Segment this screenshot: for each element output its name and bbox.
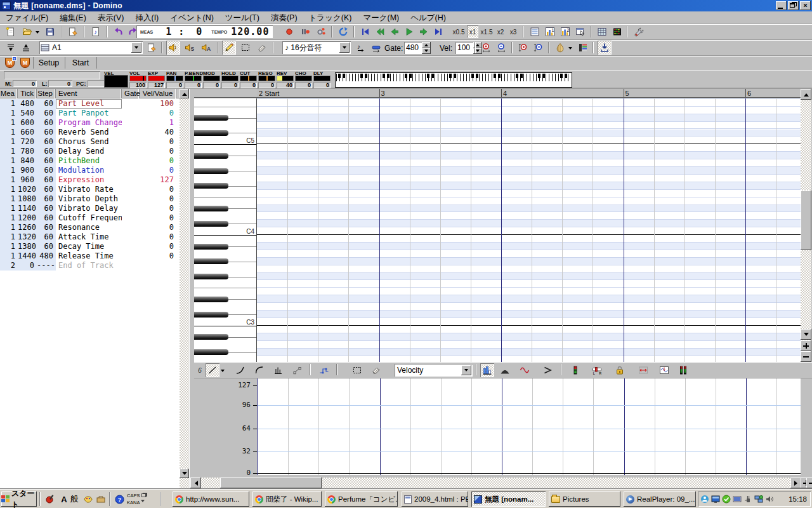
velocity-bar-button[interactable] bbox=[369, 41, 383, 55]
event-cell[interactable]: 1 bbox=[0, 194, 18, 204]
record-settings-button[interactable] bbox=[314, 25, 328, 39]
event-cell[interactable]: 0 bbox=[140, 204, 176, 213]
event-cell[interactable]: 1080 bbox=[18, 194, 37, 204]
event-cell[interactable] bbox=[122, 242, 140, 251]
menu-item-8[interactable]: マーク(M) bbox=[357, 12, 405, 24]
graph-type-arrow[interactable] bbox=[461, 365, 471, 375]
measure-label[interactable]: 4 bbox=[503, 90, 507, 97]
event-cell[interactable]: Chorus Send bbox=[56, 137, 122, 147]
event-cell[interactable]: 1 bbox=[0, 99, 18, 109]
event-cell[interactable]: 60 bbox=[37, 175, 56, 185]
event-cell[interactable]: PitchBend bbox=[56, 156, 122, 166]
update-tray-icon[interactable] bbox=[722, 495, 731, 504]
event-cell[interactable]: 60 bbox=[37, 118, 56, 128]
event-cell[interactable] bbox=[122, 194, 140, 204]
onion-skin-button[interactable] bbox=[553, 41, 567, 55]
event-cell[interactable]: 1 bbox=[0, 204, 18, 213]
roll-scroll-down-button[interactable] bbox=[801, 329, 811, 340]
event-cell[interactable]: 1440 bbox=[18, 251, 37, 261]
event-cell[interactable]: 0 bbox=[140, 147, 176, 156]
piano-key-black[interactable] bbox=[194, 349, 228, 355]
grid-row[interactable] bbox=[257, 250, 801, 258]
select-window-button[interactable] bbox=[573, 25, 587, 39]
event-cell[interactable]: 0 bbox=[18, 261, 37, 271]
loop-button[interactable] bbox=[336, 25, 350, 39]
column-header-vel-value[interactable]: Vel/Value bbox=[140, 89, 176, 98]
event-cell[interactable]: Reverb Send bbox=[56, 128, 122, 137]
grid-row[interactable] bbox=[257, 235, 801, 243]
display-tray-icon[interactable] bbox=[733, 495, 742, 504]
hzoom-out-toolbar-button[interactable] bbox=[495, 41, 509, 55]
event-row[interactable]: 190060Modulation0 bbox=[0, 166, 180, 175]
event-row[interactable]: 1138060Decay Time0 bbox=[0, 242, 180, 251]
roll-zoom-in-button[interactable] bbox=[801, 340, 811, 351]
event-cell[interactable]: 0 bbox=[140, 242, 176, 251]
gate-note-button[interactable]: ♪ bbox=[354, 41, 368, 55]
tab-setup[interactable]: Setup bbox=[34, 56, 64, 70]
grid-row[interactable] bbox=[257, 311, 801, 318]
taskbar-button-5[interactable]: Pictures bbox=[549, 491, 620, 507]
grid-row[interactable] bbox=[257, 356, 801, 363]
menu-item-4[interactable]: イベント(N) bbox=[164, 12, 219, 24]
event-cell[interactable] bbox=[122, 175, 140, 185]
event-cell[interactable] bbox=[122, 204, 140, 213]
track-list-button[interactable] bbox=[595, 25, 609, 39]
event-row[interactable]: 20----End of Track bbox=[0, 261, 180, 271]
event-cell[interactable]: Part Panpot bbox=[56, 109, 122, 118]
menu-item-3[interactable]: 挿入(I) bbox=[129, 12, 164, 24]
event-cell[interactable]: 127 bbox=[140, 175, 176, 185]
grid-row[interactable] bbox=[257, 288, 801, 295]
vel-spinner[interactable]: 100 bbox=[455, 42, 482, 54]
ime-pen-icon[interactable] bbox=[44, 493, 56, 505]
file-properties-button[interactable] bbox=[66, 25, 80, 39]
power-tray-icon[interactable] bbox=[743, 495, 752, 504]
next-track-button[interactable] bbox=[4, 41, 18, 55]
event-cell[interactable]: 60 bbox=[37, 185, 56, 194]
undo-button[interactable] bbox=[112, 25, 126, 39]
grid-row[interactable] bbox=[257, 258, 801, 265]
event-row[interactable]: 1132060Attack Time0 bbox=[0, 232, 180, 242]
pencil-tool-button[interactable] bbox=[222, 41, 236, 55]
grid-row[interactable] bbox=[257, 281, 801, 288]
speed-x0.5-button[interactable]: x0.5 bbox=[452, 25, 466, 38]
grid-row[interactable] bbox=[257, 122, 801, 130]
event-cell[interactable]: 1 bbox=[0, 156, 18, 166]
roll-scroll-up-button[interactable] bbox=[801, 89, 811, 100]
taskbar-button-0[interactable]: http://www.sun... bbox=[173, 491, 249, 507]
roll-scroll-right-button[interactable] bbox=[790, 478, 801, 488]
event-list[interactable]: MeaTickStepEventGateVel/Value 148060Part… bbox=[0, 89, 180, 488]
menu-item-0[interactable]: ファイル(F) bbox=[0, 12, 54, 24]
new-file-button[interactable] bbox=[4, 25, 18, 39]
taskbar-button-4[interactable]: 無題 [nonam... bbox=[471, 491, 546, 507]
column-header-tick[interactable]: Tick bbox=[18, 89, 37, 98]
grid-row[interactable] bbox=[257, 99, 801, 107]
piano-keyboard[interactable]: C5C4C3 bbox=[194, 98, 257, 362]
vel-meter2-button[interactable] bbox=[676, 363, 690, 377]
messenger-tray-icon[interactable] bbox=[700, 495, 709, 504]
gate-value[interactable]: 480 bbox=[404, 42, 422, 54]
network-tray-icon[interactable] bbox=[754, 495, 763, 504]
open-file-button[interactable] bbox=[20, 25, 34, 39]
prev-measure-button[interactable] bbox=[373, 25, 387, 39]
event-cell[interactable]: 60 bbox=[37, 156, 56, 166]
event-cell[interactable] bbox=[122, 109, 140, 118]
event-cell[interactable]: 1 bbox=[0, 137, 18, 147]
piano-key-black[interactable] bbox=[194, 334, 228, 340]
piano-key-black[interactable] bbox=[194, 221, 228, 227]
measure-label[interactable]: 6 bbox=[747, 90, 751, 97]
grid-row[interactable] bbox=[257, 303, 801, 311]
grid-row[interactable] bbox=[257, 333, 801, 341]
piano-key-black[interactable] bbox=[194, 183, 228, 189]
environment-settings-button[interactable] bbox=[632, 25, 646, 39]
piano-key-black[interactable] bbox=[194, 274, 228, 279]
event-cell[interactable]: 1 bbox=[0, 213, 18, 223]
graph-type-selector[interactable]: Velocity bbox=[395, 364, 473, 377]
event-cell[interactable]: 1200 bbox=[18, 213, 37, 223]
grid-row[interactable] bbox=[257, 197, 801, 205]
grid-row[interactable] bbox=[257, 137, 801, 144]
event-cell[interactable]: 1020 bbox=[18, 185, 37, 194]
vel-curve1-tool-button[interactable] bbox=[233, 363, 247, 377]
note-grid[interactable] bbox=[257, 98, 801, 362]
event-color-button[interactable] bbox=[576, 41, 590, 55]
event-cell[interactable] bbox=[122, 251, 140, 261]
